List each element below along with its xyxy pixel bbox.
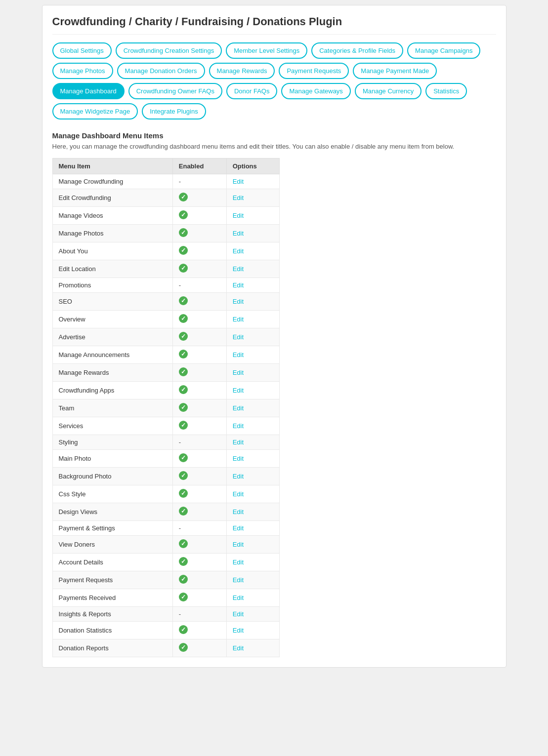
nav-btn-manage-photos[interactable]: Manage Photos [52,63,113,79]
nav-btn-donor-faqs[interactable]: Donor FAQs [226,83,278,99]
menu-item-enabled: - [172,174,226,189]
menu-item-options: Edit [226,639,279,657]
edit-link[interactable]: Edit [233,212,244,219]
nav-btn-integrate-plugins[interactable]: Integrate Plugins [142,103,206,119]
menu-item-enabled [172,639,226,657]
edit-link[interactable]: Edit [233,422,244,430]
edit-link[interactable]: Edit [233,438,244,446]
table-row: Account DetailsEdit [52,554,279,571]
edit-link[interactable]: Edit [233,490,244,498]
edit-link[interactable]: Edit [233,230,244,237]
edit-link[interactable]: Edit [233,351,244,358]
menu-item-name: SEO [52,293,172,311]
edit-link[interactable]: Edit [233,404,244,412]
menu-item-name: About You [52,242,172,260]
table-row: Edit CrowdfundingEdit [52,189,279,207]
edit-link[interactable]: Edit [233,316,244,323]
menu-item-enabled [172,364,226,382]
menu-item-name: Account Details [52,554,172,571]
menu-item-options: Edit [226,503,279,521]
nav-btn-manage-rewards[interactable]: Manage Rewards [209,63,275,79]
table-row: Manage Crowdfunding-Edit [52,174,279,189]
menu-item-enabled [172,450,226,468]
edit-link[interactable]: Edit [233,558,244,566]
check-icon [179,403,188,412]
menu-item-options: Edit [226,468,279,485]
nav-btn-statistics[interactable]: Statistics [425,83,467,99]
menu-item-enabled [172,536,226,554]
nav-btn-manage-campaigns[interactable]: Manage Campaigns [407,42,480,59]
check-icon [179,489,188,498]
edit-link[interactable]: Edit [233,333,244,341]
menu-item-enabled [172,503,226,521]
edit-link[interactable]: Edit [233,508,244,516]
table-row: Payment RequestsEdit [52,571,279,589]
menu-item-name: Css Style [52,485,172,503]
check-icon [179,453,188,462]
edit-link[interactable]: Edit [233,610,244,618]
menu-item-name: Donation Statistics [52,622,172,639]
table-row: Donation ReportsEdit [52,639,279,657]
dash-indicator: - [179,610,181,618]
edit-link[interactable]: Edit [233,178,244,185]
nav-btn-manage-payment-made[interactable]: Manage Payment Made [353,63,437,79]
menu-item-enabled [172,622,226,639]
menu-item-enabled [172,571,226,589]
menu-item-name: Team [52,399,172,417]
menu-item-options: Edit [226,174,279,189]
edit-link[interactable]: Edit [233,281,244,289]
nav-btn-manage-donation-orders[interactable]: Manage Donation Orders [117,63,205,79]
table-row: Background PhotoEdit [52,468,279,485]
menu-item-enabled [172,328,226,346]
nav-btn-crowdfunding-creation-settings[interactable]: Crowdfunding Creation Settings [116,42,222,59]
nav-btn-payment-requests[interactable]: Payment Requests [279,63,349,79]
nav-btn-global-settings[interactable]: Global Settings [52,42,112,59]
menu-item-name: Donation Reports [52,639,172,657]
nav-btn-manage-dashboard[interactable]: Manage Dashboard [52,83,125,99]
menu-item-options: Edit [226,225,279,242]
table-row: Edit LocationEdit [52,260,279,278]
nav-btn-manage-gateways[interactable]: Manage Gateways [281,83,350,99]
edit-link[interactable]: Edit [233,594,244,601]
edit-link[interactable]: Edit [233,387,244,394]
menu-item-name: Services [52,417,172,435]
menu-item-options: Edit [226,554,279,571]
check-icon [179,264,188,273]
menu-item-enabled [172,260,226,278]
check-icon [179,350,188,358]
menu-item-enabled [172,485,226,503]
edit-link[interactable]: Edit [233,541,244,548]
table-row: Crowdfunding AppsEdit [52,382,279,399]
edit-link[interactable]: Edit [233,265,244,273]
edit-link[interactable]: Edit [233,194,244,201]
table-row: About YouEdit [52,242,279,260]
menu-item-name: Payment Requests [52,571,172,589]
edit-link[interactable]: Edit [233,644,244,652]
table-row: Promotions-Edit [52,278,279,293]
menu-item-options: Edit [226,328,279,346]
nav-btn-manage-widgetize-page[interactable]: Manage Widgetize Page [52,103,138,119]
dash-indicator: - [179,178,181,185]
edit-link[interactable]: Edit [233,576,244,584]
edit-link[interactable]: Edit [233,247,244,255]
menu-item-enabled: - [172,607,226,622]
menu-item-name: Advertise [52,328,172,346]
menu-item-name: Manage Crowdfunding [52,174,172,189]
menu-item-options: Edit [226,278,279,293]
edit-link[interactable]: Edit [233,473,244,480]
edit-link[interactable]: Edit [233,455,244,462]
nav-btn-categories--profile-fields[interactable]: Categories & Profile Fields [311,42,403,59]
edit-link[interactable]: Edit [233,627,244,634]
menu-item-options: Edit [226,364,279,382]
nav-btn-manage-currency[interactable]: Manage Currency [355,83,422,99]
table-row: Insights & Reports-Edit [52,607,279,622]
nav-btn-crowdfunding-owner-faqs[interactable]: Crowdfunding Owner FAQs [128,83,222,99]
nav-btn-member-level-settings[interactable]: Member Level Settings [226,42,307,59]
edit-link[interactable]: Edit [233,369,244,376]
edit-link[interactable]: Edit [233,524,244,532]
menu-item-options: Edit [226,189,279,207]
check-icon [179,593,188,601]
menu-item-options: Edit [226,521,279,536]
edit-link[interactable]: Edit [233,298,244,305]
menu-item-options: Edit [226,536,279,554]
